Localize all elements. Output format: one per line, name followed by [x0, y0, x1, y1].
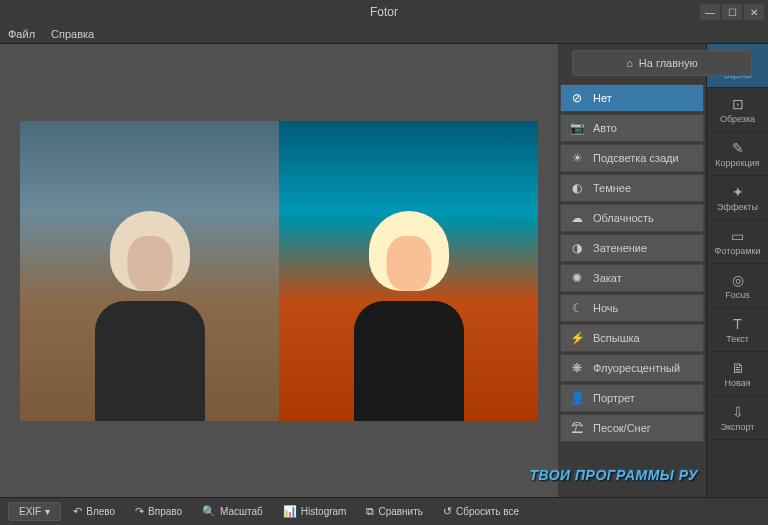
bottom-toolbar: EXIF ▾ ↶Влево ↷Вправо 🔍Масштаб 📊Histogra…: [0, 497, 768, 525]
tool-icon: ◎: [732, 272, 744, 288]
scene-icon: ⚡: [569, 330, 585, 346]
reset-icon: ↺: [443, 505, 452, 518]
app-title: Fotor: [370, 5, 398, 19]
compare-label: Сравнить: [378, 506, 423, 517]
home-label: На главную: [639, 57, 698, 69]
scene-item-3[interactable]: ◐Темнее: [560, 174, 704, 202]
tool-label: Фоторамки: [715, 246, 761, 256]
scene-item-2[interactable]: ☀Подсветка сзади: [560, 144, 704, 172]
minimize-button[interactable]: —: [700, 4, 720, 20]
tool-label: Коррекция: [715, 158, 759, 168]
exif-label: EXIF: [19, 506, 41, 517]
tool-icon: ✎: [732, 140, 744, 156]
zoom-button[interactable]: 🔍Масштаб: [194, 502, 271, 521]
scene-label: Ночь: [593, 302, 618, 314]
histogram-label: Histogram: [301, 506, 347, 517]
scene-label: Нет: [593, 92, 612, 104]
scene-icon: ☀: [569, 150, 585, 166]
exif-button[interactable]: EXIF ▾: [8, 502, 61, 521]
scene-item-6[interactable]: ✺Закат: [560, 264, 704, 292]
scene-icon: ☁: [569, 210, 585, 226]
tool-label: Обрезка: [720, 114, 755, 124]
scene-icon: 👤: [569, 390, 585, 406]
tool-icon: T: [733, 316, 742, 332]
scene-label: Портрет: [593, 392, 635, 404]
scene-label: Вспышка: [593, 332, 640, 344]
menu-file[interactable]: Файл: [8, 28, 35, 40]
image-original: [20, 121, 279, 421]
scene-icon: ❋: [569, 360, 585, 376]
rotate-left-button[interactable]: ↶Влево: [65, 502, 123, 521]
titlebar: Fotor — ☐ ✕: [0, 0, 768, 24]
chevron-down-icon: ▾: [45, 506, 50, 517]
scene-item-10[interactable]: 👤Портрет: [560, 384, 704, 412]
scene-item-0[interactable]: ⊘Нет: [560, 84, 704, 112]
tool-icon: ✦: [732, 184, 744, 200]
close-button[interactable]: ✕: [744, 4, 764, 20]
tool-item-экспорт[interactable]: ⇩Экспорт: [707, 396, 768, 440]
scene-item-7[interactable]: ☾Ночь: [560, 294, 704, 322]
tool-label: Эффекты: [717, 202, 758, 212]
image-edited: [279, 121, 538, 421]
compare-icon: ⧉: [366, 505, 374, 518]
tool-icon: 🗎: [731, 360, 745, 376]
reset-label: Сбросить все: [456, 506, 519, 517]
tool-item-коррекция[interactable]: ✎Коррекция: [707, 132, 768, 176]
scene-icon: ✺: [569, 270, 585, 286]
home-button[interactable]: ⌂ На главную: [572, 50, 752, 76]
tool-label: Экспорт: [721, 422, 755, 432]
tool-label: Новая: [724, 378, 750, 388]
canvas-area: [0, 44, 558, 497]
rotate-right-label: Вправо: [148, 506, 182, 517]
zoom-icon: 🔍: [202, 505, 216, 518]
rotate-left-label: Влево: [86, 506, 115, 517]
scene-label: Флуоресцентный: [593, 362, 680, 374]
tool-item-обрезка[interactable]: ⊡Обрезка: [707, 88, 768, 132]
scene-icon: 📷: [569, 120, 585, 136]
scene-label: Песок/Снег: [593, 422, 651, 434]
scene-item-11[interactable]: ⛱Песок/Снег: [560, 414, 704, 442]
scene-icon: ⛱: [569, 420, 585, 436]
tool-sidebar: ☀Сцены⊡Обрезка✎Коррекция✦Эффекты▭Фоторам…: [706, 44, 768, 497]
tool-item-focus[interactable]: ◎Focus: [707, 264, 768, 308]
scenes-list: ⊘Нет📷Авто☀Подсветка сзади◐Темнее☁Облачно…: [558, 44, 706, 497]
image-compare: [20, 121, 538, 421]
scene-item-5[interactable]: ◑Затенение: [560, 234, 704, 262]
scene-label: Затенение: [593, 242, 647, 254]
histogram-button[interactable]: 📊Histogram: [275, 502, 355, 521]
tool-label: Focus: [725, 290, 750, 300]
maximize-button[interactable]: ☐: [722, 4, 742, 20]
histogram-icon: 📊: [283, 505, 297, 518]
scene-item-9[interactable]: ❋Флуоресцентный: [560, 354, 704, 382]
scene-item-4[interactable]: ☁Облачность: [560, 204, 704, 232]
right-panel: ⌂ На главную ⊘Нет📷Авто☀Подсветка сзади◐Т…: [558, 44, 768, 497]
scene-label: Темнее: [593, 182, 631, 194]
menubar: Файл Справка: [0, 24, 768, 44]
scene-label: Авто: [593, 122, 617, 134]
tool-item-текст[interactable]: TТекст: [707, 308, 768, 352]
compare-button[interactable]: ⧉Сравнить: [358, 502, 431, 521]
scene-icon: ◐: [569, 180, 585, 196]
tool-item-фоторамки[interactable]: ▭Фоторамки: [707, 220, 768, 264]
scene-icon: ◑: [569, 240, 585, 256]
tool-icon: ▭: [731, 228, 744, 244]
scene-icon: ☾: [569, 300, 585, 316]
rotate-right-icon: ↷: [135, 505, 144, 518]
scene-label: Подсветка сзади: [593, 152, 679, 164]
scene-icon: ⊘: [569, 90, 585, 106]
window-controls: — ☐ ✕: [700, 4, 764, 20]
tool-item-эффекты[interactable]: ✦Эффекты: [707, 176, 768, 220]
menu-help[interactable]: Справка: [51, 28, 94, 40]
scene-item-8[interactable]: ⚡Вспышка: [560, 324, 704, 352]
scene-label: Закат: [593, 272, 622, 284]
tool-item-новая[interactable]: 🗎Новая: [707, 352, 768, 396]
zoom-label: Масштаб: [220, 506, 263, 517]
tool-icon: ⇩: [732, 404, 744, 420]
rotate-right-button[interactable]: ↷Вправо: [127, 502, 190, 521]
scene-item-1[interactable]: 📷Авто: [560, 114, 704, 142]
reset-button[interactable]: ↺Сбросить все: [435, 502, 527, 521]
watermark: ТВОИ ПРОГРАММЫ РУ: [529, 467, 698, 483]
main-area: ⌂ На главную ⊘Нет📷Авто☀Подсветка сзади◐Т…: [0, 44, 768, 497]
rotate-left-icon: ↶: [73, 505, 82, 518]
scene-label: Облачность: [593, 212, 654, 224]
